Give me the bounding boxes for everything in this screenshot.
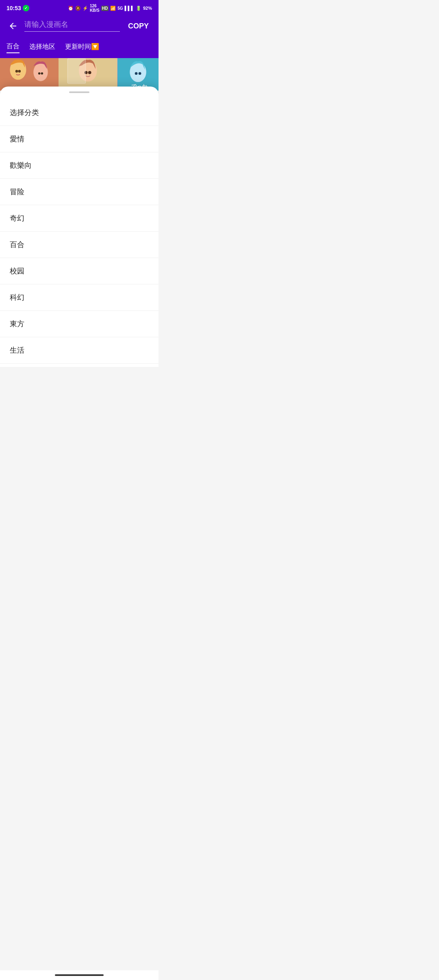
svg-point-7 bbox=[38, 72, 41, 75]
handle-bar bbox=[69, 91, 89, 93]
sheet-handle bbox=[0, 87, 159, 96]
hd-icon: HD bbox=[101, 6, 109, 11]
manga-preview-inner: でっか bbox=[0, 58, 159, 91]
alarm-icon: ⏰ bbox=[68, 6, 74, 11]
wifi-icon: 📶 bbox=[110, 6, 116, 11]
category-item-eastern[interactable]: 東方 bbox=[0, 311, 159, 337]
svg-point-6 bbox=[37, 70, 44, 78]
category-item-adventure[interactable]: 冒险 bbox=[0, 179, 159, 205]
status-right: ⏰ 🔕 ⚡ 126KB/S HD 📶 5G ▌▌▌ 🔋 92% bbox=[68, 4, 152, 13]
manga-card-1[interactable] bbox=[0, 58, 59, 91]
battery-percent: 92% bbox=[143, 6, 152, 11]
back-button[interactable] bbox=[7, 20, 20, 33]
copy-button[interactable]: COPY bbox=[125, 20, 152, 32]
status-left: 10:53 ✓ bbox=[7, 5, 29, 11]
manga-card-3[interactable]: でっか bbox=[117, 58, 159, 91]
category-item-scifi[interactable]: 科幻 bbox=[0, 284, 159, 311]
category-list: 选择分类 愛情 歡樂向 冒险 奇幻 百合 校园 科幻 東方 生活 bbox=[0, 96, 159, 367]
signal-bars: ▌▌▌ bbox=[125, 6, 134, 11]
tab-region[interactable]: 选择地区 bbox=[29, 41, 55, 53]
svg-point-8 bbox=[41, 72, 43, 75]
tab-update-time[interactable]: 更新时间🔽 bbox=[65, 41, 99, 53]
filter-tabs: 百合 选择地区 更新时间🔽 bbox=[0, 37, 159, 58]
search-input[interactable] bbox=[24, 20, 120, 31]
category-item-fantasy[interactable]: 奇幻 bbox=[0, 205, 159, 232]
battery-icon: 🔋 bbox=[136, 6, 141, 11]
category-item-romance[interactable]: 愛情 bbox=[0, 126, 159, 152]
mute-icon: 🔕 bbox=[75, 6, 81, 11]
svg-rect-0 bbox=[0, 58, 59, 91]
signal-5g: 5G bbox=[117, 6, 123, 11]
data-speed: 126KB/S bbox=[90, 4, 100, 13]
svg-point-18 bbox=[135, 72, 138, 75]
bottom-sheet: 选择分类 愛情 歡樂向 冒险 奇幻 百合 校园 科幻 東方 生活 bbox=[0, 87, 159, 367]
search-container bbox=[24, 20, 120, 32]
svg-point-13 bbox=[88, 71, 91, 74]
svg-rect-14 bbox=[68, 59, 86, 83]
svg-point-19 bbox=[139, 72, 141, 75]
tab-bahe[interactable]: 百合 bbox=[7, 41, 20, 53]
category-item-comedy[interactable]: 歡樂向 bbox=[0, 152, 159, 179]
search-underline bbox=[24, 31, 120, 32]
status-time: 10:53 bbox=[7, 5, 21, 11]
toolbar: COPY bbox=[0, 16, 159, 37]
category-item-yuri[interactable]: 百合 bbox=[0, 232, 159, 258]
manga-preview: でっか bbox=[0, 58, 159, 91]
svg-point-3 bbox=[15, 70, 18, 73]
manga-card-2[interactable] bbox=[59, 58, 117, 91]
category-item-select[interactable]: 选择分类 bbox=[0, 100, 159, 126]
category-item-school[interactable]: 校园 bbox=[0, 258, 159, 284]
bluetooth-icon: ⚡ bbox=[83, 6, 88, 11]
category-item-life[interactable]: 生活 bbox=[0, 337, 159, 364]
svg-point-4 bbox=[18, 70, 21, 73]
notification-icon: ✓ bbox=[23, 5, 29, 11]
status-bar: 10:53 ✓ ⏰ 🔕 ⚡ 126KB/S HD 📶 5G ▌▌▌ 🔋 92% bbox=[0, 0, 159, 16]
